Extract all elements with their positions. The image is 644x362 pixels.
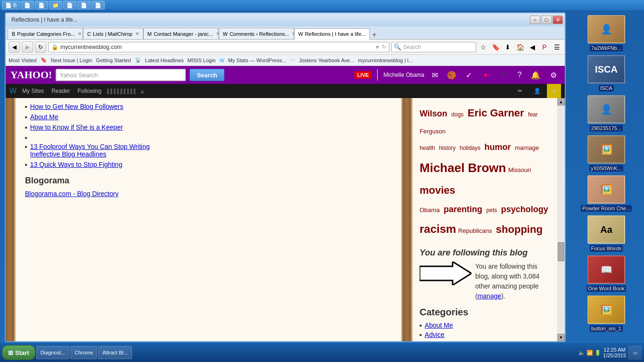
desktop-icon-7[interactable]: 📖 One Word Book xyxy=(573,255,639,292)
wp-star-button[interactable]: ★ xyxy=(547,84,561,98)
tag-movies[interactable]: movies xyxy=(420,184,455,196)
tag-wilson[interactable]: Wilson xyxy=(420,109,447,118)
refresh-button[interactable]: ↻ xyxy=(35,41,46,53)
start-button[interactable]: ⊞ Start xyxy=(2,345,35,360)
taskbar-top-item[interactable]: 📄 B xyxy=(2,1,20,9)
yahoo-check-icon[interactable]: ✓ xyxy=(462,71,475,80)
tag-shopping[interactable]: shopping xyxy=(496,223,543,235)
blog-link-followers[interactable]: How to Get New Blog Followers xyxy=(30,103,124,110)
yahoo-help-icon[interactable]: ? xyxy=(513,71,526,79)
yahoo-settings-icon[interactable]: ⚙ xyxy=(547,71,560,80)
yahoo-notify-icon[interactable]: 🔔4 xyxy=(530,71,543,80)
tag-republicans[interactable]: Republicans xyxy=(458,227,492,234)
tag-ferguson[interactable]: Ferguson xyxy=(420,128,446,135)
tag-obama[interactable]: Obama xyxy=(420,206,440,214)
tag-michael-brown[interactable]: Michael Brown xyxy=(420,161,506,175)
home-icon[interactable]: 🏠 xyxy=(515,42,525,52)
bookmark-most-visited[interactable]: Most Visited xyxy=(8,58,37,63)
wp-avatar-button[interactable]: 👤 xyxy=(530,84,544,98)
yahoo-tumblr-icon[interactable]: t xyxy=(496,71,509,79)
back-nav-icon[interactable]: ◀ xyxy=(527,42,537,52)
tag-humor[interactable]: humor xyxy=(484,142,511,152)
desktop-icon-8[interactable]: 🖼️ button_sm_1 xyxy=(573,296,639,332)
back-button[interactable]: ◀ xyxy=(8,41,20,53)
tab-mailchimp[interactable]: C Lists | MailChimp ✕ xyxy=(83,28,143,39)
wp-following[interactable]: Following xyxy=(74,88,105,94)
desktop-icon-3[interactable]: 👤 290235175... xyxy=(573,95,639,132)
bookmark-blog[interactable]: mycurrentnewsblog | l... xyxy=(358,58,413,63)
tag-history[interactable]: history xyxy=(439,145,455,151)
pinterest-icon[interactable]: P xyxy=(539,42,550,52)
desktop-icon-4[interactable]: 🖼️ yX0S0WnK... xyxy=(573,135,639,172)
scroll-up-button[interactable]: ▲ xyxy=(557,98,565,106)
desktop-icon-5[interactable]: 🖼️ Powder Room Che... xyxy=(573,175,639,212)
desktop-icon-6[interactable]: Aa Focus Words xyxy=(573,215,639,252)
bookmark-getting-started[interactable]: Getting Started xyxy=(96,58,131,63)
desktop-icon-2[interactable]: ISCA ISCA xyxy=(573,55,639,91)
category-about-me[interactable]: About Me xyxy=(425,321,453,329)
tag-fear[interactable]: fear xyxy=(528,111,538,118)
yahoo-live-button[interactable]: LIVE xyxy=(355,71,372,79)
bookmark-list-icon[interactable]: 🔖 xyxy=(490,42,501,52)
tag-dogs[interactable]: dogs xyxy=(451,111,463,118)
wp-my-sites[interactable]: My Sites xyxy=(18,88,48,94)
taskbar-top-item-3[interactable]: 📄 xyxy=(35,1,48,9)
bookmark-next-issue[interactable]: Next Issue | Login xyxy=(51,58,92,63)
bookmark-misis[interactable]: MISIS Login xyxy=(188,58,216,63)
blog-link-fighting[interactable]: 13 Quick Ways to Stop Fighting xyxy=(30,161,123,168)
taskbar-program-2[interactable]: Chrome xyxy=(70,346,97,359)
yahoo-search-button[interactable]: Search xyxy=(190,69,224,81)
taskbar-top-item-2[interactable]: 📄 xyxy=(21,1,34,9)
blog-link-about[interactable]: About Me xyxy=(30,113,58,121)
maximize-button[interactable]: □ xyxy=(541,16,552,24)
bookmark-latest-headlines[interactable]: Latest Headlines xyxy=(145,58,184,63)
wp-collapse-icon[interactable]: ▲ xyxy=(139,87,146,95)
taskbar-top-item-6[interactable]: 📄 xyxy=(77,1,91,9)
tab-close-3[interactable]: ✕ xyxy=(216,31,219,36)
tag-psychology[interactable]: psychology xyxy=(501,205,548,214)
tab-contact[interactable]: M Contact Manager - janic... ✕ xyxy=(143,28,219,39)
category-advice[interactable]: Advice xyxy=(425,331,445,338)
desktop-icon-1[interactable]: 👤 7a2WkFNb... xyxy=(573,15,639,51)
tab-popular[interactable]: B Popular Categories Fro... ✕ xyxy=(8,28,83,39)
tab-reflections[interactable]: W Reflections | I have a life... ✕ xyxy=(294,28,370,40)
tab-close-1[interactable]: ✕ xyxy=(78,31,82,36)
tag-racism[interactable]: racism xyxy=(420,222,456,235)
tag-holidays[interactable]: holidays xyxy=(460,145,480,151)
forward-button[interactable]: ▶ xyxy=(22,41,33,53)
scroll-down-button[interactable]: ▼ xyxy=(557,334,565,341)
blog-link-keeper[interactable]: How to Know if She is a Keeper xyxy=(30,123,123,131)
tag-marriage[interactable]: marriage xyxy=(515,144,539,151)
search-bar[interactable]: 🔍 Search xyxy=(391,42,476,52)
scroll-thumb[interactable] xyxy=(558,242,564,261)
taskbar-top-item-7[interactable]: 📄 xyxy=(91,1,105,9)
bookmarks-star-icon[interactable]: ☆ xyxy=(478,42,488,52)
tag-pets[interactable]: pets xyxy=(487,207,497,214)
tag-eric-garner[interactable]: Eric Garner xyxy=(468,107,524,119)
tag-parenting[interactable]: parenting xyxy=(444,205,482,214)
bookmark-jostens[interactable]: Jostens Yearbook Ave... xyxy=(299,58,354,63)
tag-health[interactable]: health xyxy=(420,145,435,151)
tab-close-4[interactable]: ✕ xyxy=(292,31,294,36)
taskbar-top-item-4[interactable]: 📁 xyxy=(49,1,62,9)
blogorama-link[interactable]: Blogorama.com - Blog Directory xyxy=(25,190,118,197)
tab-comments[interactable]: W Comments ‹ Reflections... ✕ xyxy=(219,28,294,39)
minimize-button[interactable]: − xyxy=(530,16,540,24)
yahoo-search-box[interactable]: Yahoo Search xyxy=(56,69,186,81)
taskbar-program-1[interactable]: Diagnost... xyxy=(36,346,70,359)
taskbar-program-3[interactable]: Attract Bl... xyxy=(98,346,132,359)
url-bar[interactable]: 🔒 mycurrentnewsblog.com ▼ ↻ xyxy=(48,42,389,52)
new-tab-button[interactable]: + xyxy=(370,31,380,39)
bookmark-mystats[interactable]: My Stats — WordPress... xyxy=(228,58,286,63)
wp-edit-button[interactable]: ✏ xyxy=(513,84,527,98)
menu-icon[interactable]: ☰ xyxy=(552,42,562,52)
yahoo-flickr-icon[interactable]: ● xyxy=(479,71,492,79)
taskbar-top-item-5[interactable]: 📄 xyxy=(63,1,76,9)
yahoo-mail-icon[interactable]: ✉ xyxy=(428,71,441,80)
manage-link[interactable]: manage xyxy=(478,292,502,300)
yahoo-sports-icon[interactable]: 🏀 xyxy=(445,71,458,80)
close-button[interactable]: ✕ xyxy=(553,16,563,24)
tab-close-2[interactable]: ✕ xyxy=(135,31,139,36)
tag-missouri[interactable]: Missouri xyxy=(508,166,531,173)
blog-link-foolproof[interactable]: 13 Foolproof Ways You Can Stop WritingIn… xyxy=(30,143,150,158)
